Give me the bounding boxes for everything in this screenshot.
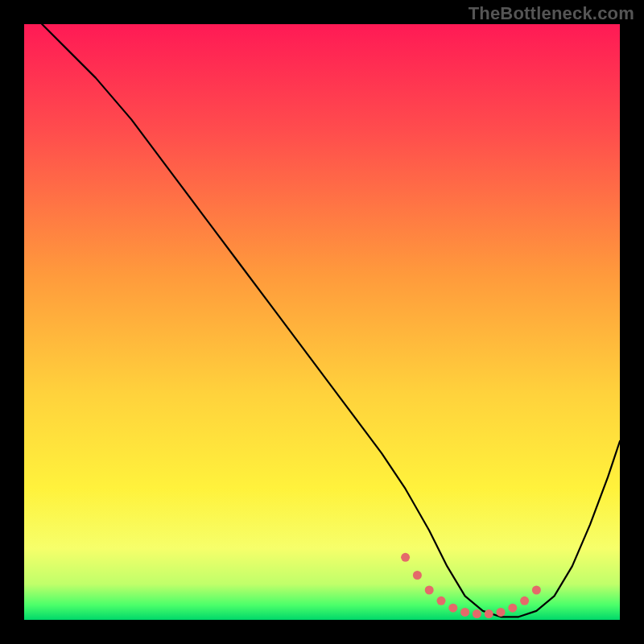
chart-stage: TheBottleneck.com [0,0,644,644]
svg-point-10 [520,597,529,605]
svg-point-3 [437,597,446,605]
svg-point-8 [497,608,506,617]
svg-point-2 [425,586,434,595]
svg-point-11 [532,586,541,595]
svg-point-5 [460,608,469,617]
svg-point-9 [508,604,517,613]
svg-point-6 [473,609,481,618]
chart-svg [0,0,644,644]
svg-point-0 [401,553,410,562]
svg-point-1 [413,571,422,580]
svg-point-4 [448,604,457,613]
svg-point-7 [485,609,493,618]
plot-background [24,24,620,620]
